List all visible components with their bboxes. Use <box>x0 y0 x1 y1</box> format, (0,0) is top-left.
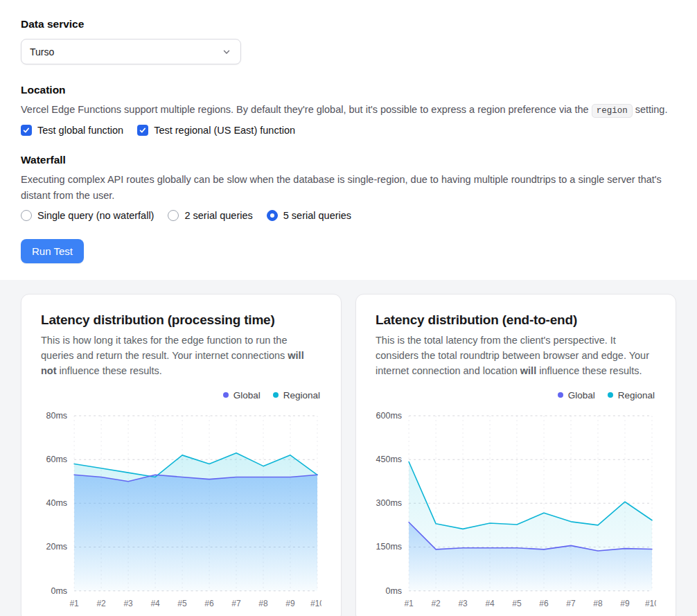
svg-text:#9: #9 <box>285 598 295 608</box>
svg-text:20ms: 20ms <box>46 542 67 552</box>
radio-label: 5 serial queries <box>283 210 351 221</box>
legend-item-regional: Regional <box>608 390 655 401</box>
card-description-bold: will <box>520 365 536 376</box>
checkbox-label: Test regional (US East) function <box>154 125 295 136</box>
chevron-down-icon <box>221 46 232 58</box>
legend-label: Regional <box>283 390 320 401</box>
svg-text:#3: #3 <box>458 598 468 608</box>
radio-label: 2 serial queries <box>184 210 252 221</box>
svg-text:150ms: 150ms <box>376 542 403 552</box>
latency-chart-end-to-end: 0ms150ms300ms450ms600ms#1#2#3#4#5#6#7#8#… <box>376 409 656 612</box>
radio-single-query[interactable]: Single query (no waterfall) <box>21 210 154 221</box>
card-description-tail: influence these results. <box>57 365 162 376</box>
card-title: Latency distribution (end-to-end) <box>376 313 656 328</box>
checkbox-label: Test global function <box>37 125 123 136</box>
radio-2-serial-queries[interactable]: 2 serial queries <box>168 210 252 221</box>
card-description-tail: influence these results. <box>536 365 642 376</box>
radio-icon <box>21 210 32 221</box>
checkbox-test-global-function[interactable]: Test global function <box>21 125 123 136</box>
legend-item-regional: Regional <box>273 390 320 401</box>
svg-text:#7: #7 <box>231 598 241 608</box>
svg-text:#1: #1 <box>69 598 79 608</box>
card-title: Latency distribution (processing time) <box>41 313 321 328</box>
test-config-form: Data service Turso Location Vercel Edge … <box>0 0 697 280</box>
svg-text:80ms: 80ms <box>46 411 67 421</box>
svg-text:#4: #4 <box>485 598 495 608</box>
chart-legend: Global Regional <box>42 390 320 401</box>
latency-test-page: Data service Turso Location Vercel Edge … <box>0 0 697 616</box>
svg-text:450ms: 450ms <box>376 455 403 464</box>
regional-series-dot-icon <box>608 392 613 398</box>
legend-label: Global <box>568 390 595 401</box>
svg-text:0ms: 0ms <box>51 586 67 595</box>
svg-text:#8: #8 <box>258 598 268 608</box>
radio-5-serial-queries[interactable]: 5 serial queries <box>267 210 351 221</box>
waterfall-heading: Waterfall <box>21 154 676 166</box>
waterfall-radio-row: Single query (no waterfall) 2 serial que… <box>21 210 676 221</box>
card-description: This is the total latency from the clien… <box>376 333 656 378</box>
svg-text:#1: #1 <box>404 598 414 608</box>
svg-text:#2: #2 <box>431 598 441 608</box>
checkbox-checked-icon <box>21 125 32 136</box>
data-service-heading: Data service <box>21 18 676 30</box>
radio-label: Single query (no waterfall) <box>37 210 154 221</box>
radio-icon <box>267 210 278 221</box>
svg-text:#10: #10 <box>645 598 656 608</box>
latency-chart-processing-time: 0ms20ms40ms60ms80ms#1#2#3#4#5#6#7#8#9#10 <box>41 409 321 612</box>
legend-label: Regional <box>618 390 655 401</box>
svg-text:#5: #5 <box>512 598 522 608</box>
waterfall-description: Executing complex API routes globally ca… <box>21 172 676 203</box>
svg-text:#5: #5 <box>177 598 187 608</box>
checkbox-test-regional-function[interactable]: Test regional (US East) function <box>137 125 295 136</box>
svg-text:0ms: 0ms <box>385 586 402 595</box>
location-description-text: Vercel Edge Functions support multiple r… <box>21 104 592 115</box>
location-checkbox-row: Test global function Test regional (US E… <box>21 125 676 136</box>
processing-time-card: Latency distribution (processing time) T… <box>21 294 342 616</box>
global-series-dot-icon <box>223 392 229 398</box>
svg-text:#9: #9 <box>620 598 630 608</box>
checkbox-checked-icon <box>137 125 148 136</box>
svg-text:#4: #4 <box>150 598 160 608</box>
radio-icon <box>168 210 179 221</box>
svg-text:#10: #10 <box>310 598 321 608</box>
data-service-selected-value: Turso <box>30 46 54 58</box>
results-section: Latency distribution (processing time) T… <box>0 280 697 616</box>
svg-text:#6: #6 <box>204 598 214 608</box>
card-description-text: This is how long it takes for the edge f… <box>41 335 288 361</box>
location-description: Vercel Edge Functions support multiple r… <box>21 102 676 118</box>
svg-text:#6: #6 <box>539 598 549 608</box>
card-description: This is how long it takes for the edge f… <box>41 333 321 378</box>
svg-text:#8: #8 <box>593 598 603 608</box>
data-service-select[interactable]: Turso <box>21 39 241 64</box>
global-series-dot-icon <box>558 392 563 398</box>
svg-text:300ms: 300ms <box>376 498 403 508</box>
legend-item-global: Global <box>223 390 261 401</box>
svg-text:600ms: 600ms <box>376 411 403 421</box>
legend-label: Global <box>233 390 261 401</box>
end-to-end-card: Latency distribution (end-to-end) This i… <box>355 294 676 616</box>
chart-legend: Global Regional <box>377 390 655 401</box>
svg-text:#2: #2 <box>96 598 106 608</box>
svg-text:40ms: 40ms <box>46 498 67 508</box>
regional-series-dot-icon <box>273 392 279 398</box>
legend-item-global: Global <box>558 390 595 401</box>
svg-text:#7: #7 <box>566 598 576 608</box>
svg-text:#3: #3 <box>123 598 133 608</box>
region-code-token: region <box>592 104 633 118</box>
location-heading: Location <box>21 84 676 96</box>
svg-text:60ms: 60ms <box>46 455 67 464</box>
run-test-button[interactable]: Run Test <box>21 239 84 263</box>
location-description-tail: setting. <box>633 104 668 115</box>
